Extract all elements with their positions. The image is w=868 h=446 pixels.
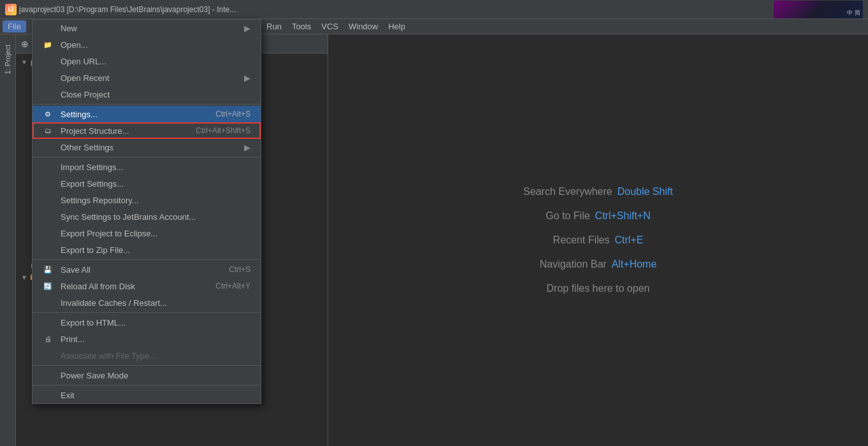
separator-5	[33, 365, 261, 366]
menu-item-reload-disk[interactable]: 🔄 Reload All from Disk Ctrl+Alt+Y	[33, 278, 261, 294]
menu-item-associate: Associate with File Type...	[33, 347, 261, 364]
menu-item-settings[interactable]: ⚙ Settings... Ctrl+Alt+S	[33, 106, 261, 122]
hint-goto-label: Go to File	[546, 210, 590, 222]
globe-icon[interactable]: ⊕	[21, 39, 29, 49]
invalidate-icon	[43, 298, 53, 308]
avatar	[774, 1, 863, 18]
open-icon: 📁	[43, 40, 53, 50]
sync-settings-label: Sync Settings to JetBrains Account...	[61, 212, 196, 222]
editor-area: Search Everywhere Double Shift Go to Fil…	[328, 34, 868, 446]
open-url-icon	[43, 56, 53, 66]
menu-vcs[interactable]: VCS	[316, 20, 344, 32]
project-structure-shortcut: Ctrl+Alt+Shift+S	[196, 126, 250, 135]
menu-item-settings-repo[interactable]: Settings Repository...	[33, 192, 261, 208]
tree-arrow-scratches: ▼	[21, 274, 27, 281]
power-save-label: Power Save Mode	[61, 371, 128, 380]
export-zip-icon	[43, 245, 53, 255]
hint-navbar-label: Navigation Bar	[540, 259, 607, 270]
new-label: New	[61, 24, 77, 33]
settings-repo-icon	[43, 195, 53, 205]
settings-shortcut: Ctrl+Alt+S	[215, 110, 250, 119]
menu-item-exit[interactable]: Exit	[33, 387, 261, 403]
project-structure-label: Project Structure...	[61, 126, 129, 136]
sidebar: 1: Project	[0, 34, 16, 446]
export-html-icon	[43, 317, 53, 327]
file-dropdown-menu: New ▶ 📁 Open... Open URL... Open Recent …	[32, 19, 261, 404]
hint-recent: Recent Files Ctrl+E	[553, 234, 644, 246]
other-settings-label: Other Settings	[61, 143, 113, 152]
hint-search-label: Search Everywhere	[523, 186, 612, 198]
print-icon: 🖨	[43, 334, 53, 344]
main-layout: 1: Project ⊕ ⚙ — ▼ 📁 javaproject03 ~\jav…	[0, 34, 868, 446]
menu-item-other-settings[interactable]: Other Settings ▶	[33, 139, 261, 155]
close-project-icon	[43, 89, 53, 99]
invalidate-label: Invalidate Caches / Restart...	[61, 298, 167, 308]
menu-help[interactable]: Help	[383, 20, 410, 32]
menu-tools[interactable]: Tools	[287, 20, 316, 32]
menu-item-save-all[interactable]: 💾 Save All Ctrl+S	[33, 261, 261, 278]
export-html-label: Export to HTML...	[61, 318, 126, 327]
hint-search: Search Everywhere Double Shift	[523, 186, 673, 198]
power-save-icon	[43, 370, 53, 380]
menu-item-open[interactable]: 📁 Open...	[33, 36, 261, 53]
new-arrow: ▶	[244, 24, 250, 33]
export-eclipse-label: Export Project to Eclipse...	[61, 229, 157, 238]
tree-arrow: ▼	[21, 59, 27, 66]
menu-file[interactable]: File	[3, 20, 26, 32]
separator-2	[33, 157, 261, 157]
hint-navbar: Navigation Bar Alt+Home	[540, 259, 657, 270]
separator-4	[33, 312, 261, 313]
menu-item-open-recent[interactable]: Open Recent ▶	[33, 69, 261, 86]
export-eclipse-icon	[43, 228, 53, 238]
reload-label: Reload All from Disk	[61, 282, 135, 291]
menu-item-export-eclipse[interactable]: Export Project to Eclipse...	[33, 225, 261, 241]
menu-item-import-settings[interactable]: Import Settings...	[33, 159, 261, 175]
menu-item-close-project[interactable]: Close Project	[33, 86, 261, 103]
menu-item-invalidate[interactable]: Invalidate Caches / Restart...	[33, 294, 261, 311]
open-recent-label: Open Recent	[61, 73, 110, 83]
app-logo: IJ	[5, 4, 17, 15]
window-title: javaproject03 [D:\Program Files\JetBrain…	[19, 5, 236, 14]
menu-item-power-save[interactable]: Power Save Mode	[33, 367, 261, 384]
separator-1	[33, 104, 261, 104]
menu-item-open-url[interactable]: Open URL...	[33, 53, 261, 69]
titlebar-left: IJ javaproject03 [D:\Program Files\JetBr…	[5, 4, 236, 15]
new-icon	[43, 23, 53, 33]
separator-6	[33, 385, 261, 385]
menu-item-print[interactable]: 🖨 Print...	[33, 331, 261, 347]
exit-label: Exit	[61, 391, 75, 400]
hint-recent-label: Recent Files	[553, 234, 610, 246]
hint-goto: Go to File Ctrl+Shift+N	[546, 210, 651, 222]
menu-item-export-html[interactable]: Export to HTML...	[33, 314, 261, 331]
print-label: Print...	[61, 334, 85, 344]
save-all-shortcut: Ctrl+S	[229, 265, 250, 274]
export-zip-label: Export to Zip File...	[61, 245, 130, 255]
menu-run[interactable]: Run	[261, 20, 287, 32]
menu-item-export-zip[interactable]: Export to Zip File...	[33, 241, 261, 258]
menu-item-sync-settings[interactable]: Sync Settings to JetBrains Account...	[33, 208, 261, 225]
other-settings-icon	[43, 142, 53, 152]
close-project-label: Close Project	[61, 90, 110, 99]
reload-icon: 🔄	[43, 281, 53, 291]
menu-item-project-structure[interactable]: 🗂 Project Structure... Ctrl+Alt+Shift+S	[33, 122, 261, 139]
project-structure-icon: 🗂	[43, 126, 53, 136]
sidebar-project-tab[interactable]: 1: Project	[1, 40, 14, 79]
hint-recent-shortcut: Ctrl+E	[615, 234, 644, 246]
title-bar: IJ javaproject03 [D:\Program Files\JetBr…	[0, 0, 868, 19]
separator-3	[33, 259, 261, 260]
open-recent-arrow: ▶	[244, 73, 250, 83]
menu-item-export-settings[interactable]: Export Settings...	[33, 175, 261, 192]
hint-navbar-shortcut: Alt+Home	[612, 259, 657, 270]
settings-repo-label: Settings Repository...	[61, 196, 139, 205]
settings-label: Settings...	[61, 110, 98, 119]
menu-item-new[interactable]: New ▶	[33, 20, 261, 36]
open-recent-icon	[43, 73, 53, 83]
save-all-label: Save All	[61, 265, 90, 275]
sync-settings-icon	[43, 212, 53, 222]
settings-gear-icon: ⚙	[43, 109, 53, 119]
menu-window[interactable]: Window	[344, 20, 383, 32]
open-label: Open...	[61, 40, 88, 50]
associate-label: Associate with File Type...	[61, 351, 156, 361]
other-settings-arrow: ▶	[244, 143, 250, 152]
associate-icon	[43, 350, 53, 361]
